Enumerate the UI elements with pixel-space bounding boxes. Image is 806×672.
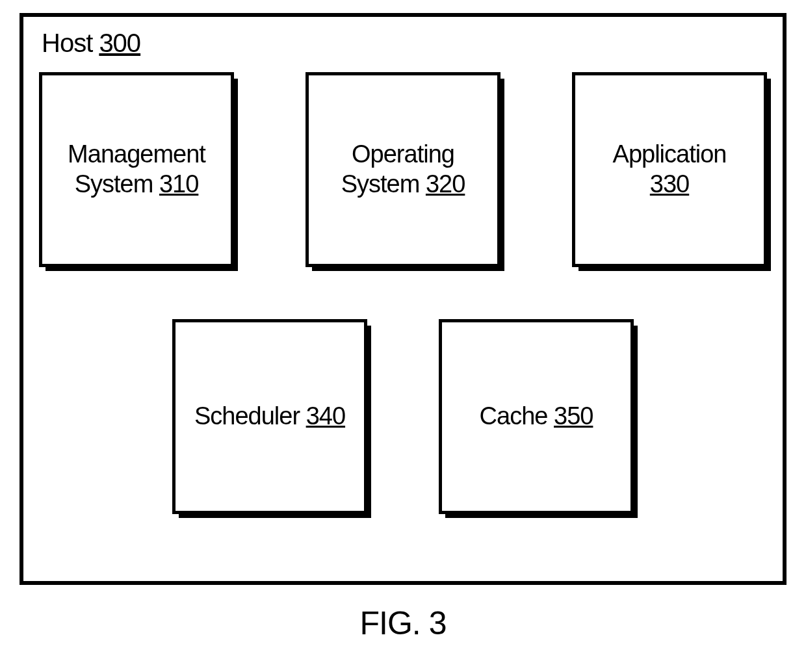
block-ref: 350: [554, 402, 593, 430]
operating-system-block: Operating System 320: [306, 72, 500, 267]
block-ref: 340: [306, 402, 345, 430]
host-label: Host 300: [42, 29, 140, 58]
block-line2: System: [341, 170, 420, 198]
scheduler-block: Scheduler 340: [172, 319, 367, 514]
block-line1: Application: [613, 140, 727, 168]
figure-label: FIG. 3: [360, 604, 447, 642]
block-rows: Management System 310 Operating System 3…: [23, 17, 783, 514]
host-ref: 300: [99, 29, 140, 57]
block-line1: Management: [68, 140, 205, 168]
block-line1: Cache: [480, 402, 548, 430]
application-block: Application 330: [572, 72, 767, 267]
diagram-container: Host 300 Management System 310 Operating…: [13, 13, 793, 659]
block-ref: 330: [650, 170, 689, 198]
block-line2: System: [75, 170, 153, 198]
block-line1: Scheduler: [194, 402, 300, 430]
block-ref: 310: [159, 170, 198, 198]
row-1: Management System 310 Operating System 3…: [39, 72, 767, 267]
row-2: Scheduler 340 Cache 350: [172, 319, 634, 514]
host-label-text: Host: [42, 29, 92, 57]
block-line1: Operating: [352, 140, 454, 168]
cache-block: Cache 350: [439, 319, 634, 514]
management-system-block: Management System 310: [39, 72, 234, 267]
host-box: Host 300 Management System 310 Operating…: [20, 13, 786, 585]
block-ref: 320: [426, 170, 465, 198]
